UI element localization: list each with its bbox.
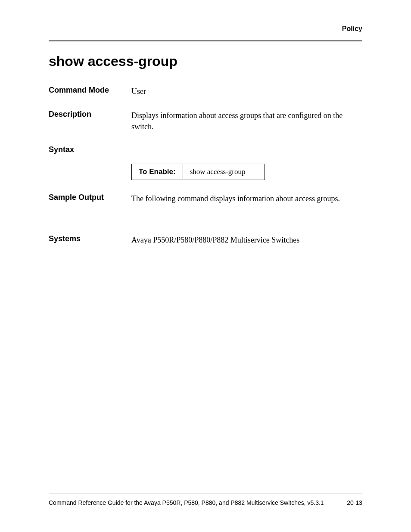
value-command-mode: User [131, 86, 362, 97]
header-section-label: Policy [49, 25, 362, 33]
value-systems: Avaya P550R/P580/P880/P882 Multiservice … [131, 234, 362, 246]
header-rule [49, 40, 362, 41]
page: Policy show access-group Command Mode Us… [0, 0, 411, 532]
row-sample-output: Sample Output The following command disp… [49, 193, 362, 204]
table-row: To Enable: show access-group [132, 164, 265, 180]
label-syntax: Syntax [49, 145, 131, 154]
row-command-mode: Command Mode User [49, 86, 362, 97]
page-title: show access-group [49, 53, 362, 69]
row-systems: Systems Avaya P550R/P580/P880/P882 Multi… [49, 234, 362, 246]
footer-rule [49, 494, 362, 494]
row-syntax: Syntax [49, 145, 362, 154]
syntax-enable-value: show access-group [183, 164, 265, 180]
syntax-enable-label: To Enable: [132, 164, 183, 180]
label-systems: Systems [49, 234, 131, 243]
footer: Command Reference Guide for the Avaya P5… [49, 494, 362, 506]
value-description: Displays information about access groups… [131, 110, 362, 132]
label-command-mode: Command Mode [49, 86, 131, 95]
syntax-table-wrap: To Enable: show access-group [131, 164, 362, 180]
syntax-table: To Enable: show access-group [131, 164, 265, 180]
value-sample-output: The following command displays informati… [131, 193, 362, 204]
footer-guide: Command Reference Guide for the Avaya P5… [49, 499, 324, 506]
footer-page-number: 20-13 [347, 499, 362, 506]
row-description: Description Displays information about a… [49, 110, 362, 132]
footer-line: Command Reference Guide for the Avaya P5… [49, 499, 362, 506]
label-description: Description [49, 110, 131, 119]
label-sample-output: Sample Output [49, 193, 131, 202]
